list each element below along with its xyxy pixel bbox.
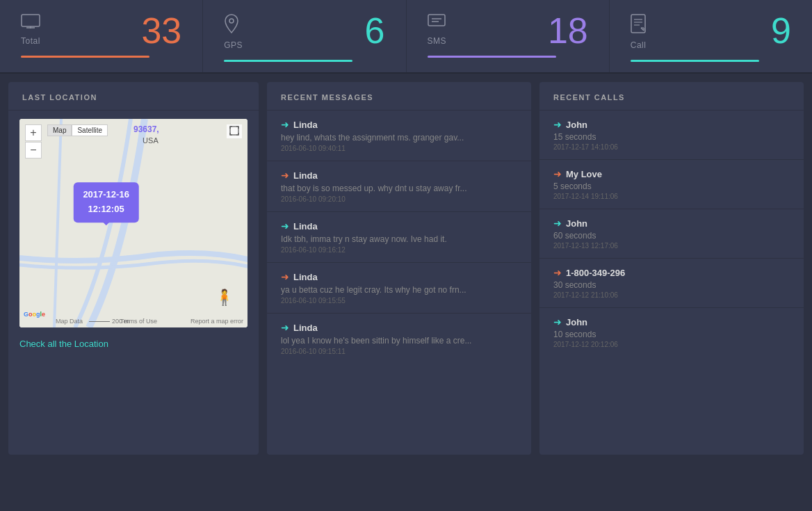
pin-icon	[224, 14, 239, 36]
call-item: ➜ John 60 seconds 2017-12-13 12:17:06	[539, 209, 804, 259]
stat-value-gps: 6	[365, 13, 385, 49]
messages-panel: RECENT MESSAGES ➜ Linda hey lind, whats …	[267, 82, 531, 455]
document-icon	[631, 14, 646, 36]
call-time: 2017-12-12 20:12:06	[553, 341, 790, 348]
pin-date: 2017-12-16	[83, 188, 129, 202]
stat-value-total: 33	[141, 13, 181, 49]
call-duration: 5 seconds	[553, 181, 790, 191]
message-contact: ➜ Linda	[281, 119, 517, 130]
svg-point-3	[229, 19, 234, 23]
map-panel: LAST LOCATION 93637, USA +	[8, 82, 259, 455]
call-time: 2017-12-12 21:10:06	[553, 291, 790, 299]
map-type-switcher[interactable]: Map Satellite	[47, 124, 108, 136]
stat-bar-total	[21, 56, 149, 58]
incoming-call-icon: ➜	[553, 168, 562, 179]
call-item: ➜ My Love 5 seconds 2017-12-14 19:11:06	[539, 160, 804, 209]
stat-card-sms: SMS 18	[407, 0, 610, 72]
call-duration: 60 seconds	[553, 231, 790, 241]
stat-bar-gps	[224, 60, 352, 62]
call-duration: 15 seconds	[553, 132, 790, 142]
monitor-icon	[21, 14, 40, 32]
message-text: ya u betta cuz he legit cray. Its why he…	[281, 285, 489, 295]
message-item: ➜ Linda lol yea I know he's been sittin …	[267, 314, 531, 364]
message-time: 2016-06-10 09:15:55	[281, 297, 517, 305]
map-footer-data: Map Data	[56, 318, 83, 325]
messages-section-title: RECENT MESSAGES	[267, 82, 531, 111]
message-time: 2016-06-10 09:20:10	[281, 195, 517, 203]
call-item: ➜ John 15 seconds 2017-12-17 14:10:06	[539, 111, 804, 160]
stat-value-sms: 18	[548, 13, 588, 49]
message-item: ➜ Linda Idk tbh, imma try n stay away no…	[267, 212, 531, 263]
message-item: ➜ Linda ya u betta cuz he legit cray. It…	[267, 263, 531, 314]
contact-name: Linda	[293, 323, 318, 333]
message-item: ➜ Linda that boy is so messed up. why dn…	[267, 161, 531, 212]
stat-bar-call	[631, 60, 759, 62]
map-expand-button[interactable]	[227, 124, 242, 138]
pin-time: 12:12:05	[83, 202, 129, 217]
call-contact: ➜ John	[553, 119, 790, 130]
outgoing-icon: ➜	[281, 220, 289, 232]
map-type-map[interactable]: Map	[47, 124, 72, 136]
message-item: ➜ Linda hey lind, whats the assignment m…	[267, 111, 531, 161]
outgoing-icon: ➜	[281, 322, 289, 333]
message-time: 2016-06-10 09:15:11	[281, 348, 517, 355]
call-time: 2017-12-14 19:11:06	[553, 193, 790, 200]
main-content: LAST LOCATION 93637, USA +	[0, 74, 812, 463]
map-type-satellite[interactable]: Satellite	[72, 124, 108, 136]
svg-rect-0	[22, 15, 40, 26]
outgoing-call-icon: ➜	[553, 316, 562, 327]
incoming-call-icon: ➜	[553, 267, 562, 278]
check-location-link[interactable]: Check all the Location	[8, 333, 259, 360]
message-contact: ➜ Linda	[281, 220, 517, 232]
message-icon	[428, 14, 446, 32]
map-background: 93637, USA + − Map Satellite	[19, 119, 247, 327]
map-report[interactable]: Report a map error	[190, 318, 243, 325]
map-address: 93637,	[133, 124, 159, 134]
contact-name: Linda	[293, 221, 318, 232]
stat-label-gps: GPS	[224, 40, 384, 50]
message-contact: ➜ Linda	[281, 322, 517, 333]
calls-section-title: RECENT CALLS	[539, 82, 804, 111]
call-contact-name: 1-800-349-296	[566, 268, 625, 278]
outgoing-icon: ➜	[281, 119, 289, 130]
outgoing-call-icon: ➜	[553, 119, 562, 130]
message-contact: ➜ Linda	[281, 170, 517, 181]
map-pin: 2017-12-16 12:12:05	[73, 182, 139, 222]
incoming-icon: ➜	[281, 170, 289, 181]
google-logo: Google	[24, 311, 45, 318]
call-contact-name: John	[566, 317, 587, 327]
map-terms[interactable]: Terms of Use	[120, 318, 157, 325]
contact-name: Linda	[293, 120, 318, 130]
call-time: 2017-12-17 14:10:06	[553, 143, 790, 151]
message-text: that boy is so messed up. why dnt u stay…	[281, 184, 489, 193]
message-text: lol yea I know he's been sittin by himse…	[281, 336, 489, 346]
stats-bar: Total 33 GPS 6 SMS 18	[0, 0, 812, 74]
call-contact-name: John	[566, 120, 587, 130]
stat-card-gps: GPS 6	[203, 0, 406, 72]
stat-label-call: Call	[631, 40, 791, 50]
calls-list: ➜ John 15 seconds 2017-12-17 14:10:06 ➜ …	[539, 111, 804, 357]
call-contact: ➜ 1-800-349-296	[553, 267, 790, 278]
map-zoom-controls[interactable]: + −	[25, 124, 42, 159]
message-text: hey lind, whats the assignment ms. grang…	[281, 133, 489, 143]
stat-value-call: 9	[771, 13, 791, 49]
call-contact: ➜ John	[553, 316, 790, 327]
pin-date-time: 2017-12-16 12:12:05	[73, 182, 139, 222]
map-usa: USA	[143, 136, 159, 145]
map-container: 93637, USA + − Map Satellite	[19, 119, 247, 327]
stat-card-total: Total 33	[0, 0, 203, 72]
call-contact-name: My Love	[566, 169, 602, 179]
call-duration: 30 seconds	[553, 280, 790, 290]
zoom-out-button[interactable]: −	[25, 142, 42, 159]
contact-name: Linda	[293, 170, 318, 181]
message-contact: ➜ Linda	[281, 271, 517, 282]
outgoing-call-icon: ➜	[553, 218, 562, 229]
message-time: 2016-06-10 09:16:12	[281, 246, 517, 254]
stat-card-call: Call 9	[610, 0, 812, 72]
call-contact: ➜ My Love	[553, 168, 790, 179]
zoom-in-button[interactable]: +	[25, 124, 42, 141]
stat-bar-sms	[428, 56, 556, 58]
message-text: Idk tbh, imma try n stay away now. Ive h…	[281, 234, 489, 244]
call-time: 2017-12-13 12:17:06	[553, 242, 790, 250]
contact-name: Linda	[293, 272, 318, 282]
